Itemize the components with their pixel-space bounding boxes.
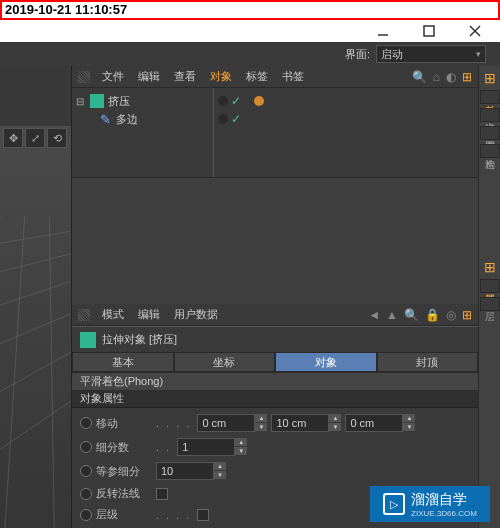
- tab-object[interactable]: 对象: [275, 352, 377, 372]
- anim-radio[interactable]: [80, 465, 92, 477]
- timestamp-bar: 2019-10-21 11:10:57: [0, 0, 500, 20]
- visibility-dot[interactable]: [218, 114, 228, 124]
- prop-label: 移动: [96, 416, 152, 431]
- isoparm-input[interactable]: [156, 462, 214, 480]
- svg-line-7: [0, 302, 71, 352]
- chevron-down-icon: ▾: [476, 49, 481, 59]
- om-menu-tags[interactable]: 标签: [240, 69, 274, 84]
- spinner[interactable]: ▲▼: [255, 414, 267, 432]
- check-icon[interactable]: ✓: [231, 112, 241, 126]
- subdiv-input[interactable]: [177, 438, 235, 456]
- tab-phong[interactable]: 平滑着色(Phong): [72, 372, 478, 390]
- anim-radio[interactable]: [80, 441, 92, 453]
- svg-line-8: [0, 337, 71, 402]
- attr-object-header: 拉伸对象 [挤压]: [72, 326, 478, 352]
- maximize-button[interactable]: [422, 24, 436, 38]
- grip-icon[interactable]: [78, 71, 90, 83]
- prop-label: 反转法线: [96, 486, 152, 501]
- collapse-icon[interactable]: ⊟: [76, 96, 86, 107]
- om-menu-object[interactable]: 对象: [204, 69, 238, 84]
- attr-tabs: 基本 坐标 对象 封顶: [72, 352, 478, 372]
- section-header: 对象属性: [72, 390, 478, 408]
- flag-row[interactable]: ✓: [218, 92, 474, 110]
- viewport-column: ✥ ⤢ ⟲: [0, 66, 72, 528]
- move-view-icon[interactable]: ✥: [3, 128, 23, 148]
- svg-rect-1: [424, 26, 434, 36]
- phong-tag-icon[interactable]: [254, 96, 264, 106]
- watermark: ▷ 溜溜自学 ZIXUE.3D66.COM: [370, 486, 490, 522]
- plus-icon[interactable]: ⊞: [462, 308, 472, 322]
- prop-label: 细分数: [96, 440, 152, 455]
- interface-select[interactable]: 启动 ▾: [376, 45, 486, 63]
- zoom-view-icon[interactable]: ⤢: [25, 128, 45, 148]
- svg-line-9: [0, 382, 71, 462]
- main-area: ✥ ⤢ ⟲: [0, 66, 500, 528]
- watermark-sub: ZIXUE.3D66.COM: [411, 509, 477, 518]
- grip-icon[interactable]: [78, 309, 90, 321]
- tree-row-poly[interactable]: ✎ 多边: [76, 110, 209, 128]
- tree-label: 挤压: [108, 94, 130, 109]
- interface-value: 启动: [381, 47, 403, 62]
- plus-icon[interactable]: ⊞: [462, 70, 472, 84]
- eye-icon[interactable]: ◐: [446, 70, 456, 84]
- search-icon[interactable]: 🔍: [412, 70, 427, 84]
- anim-radio[interactable]: [80, 488, 92, 500]
- flip-checkbox[interactable]: [156, 488, 168, 500]
- close-button[interactable]: [468, 24, 482, 38]
- visibility-dot[interactable]: [218, 96, 228, 106]
- tree-row-extrude[interactable]: ⊟ 挤压: [76, 92, 209, 110]
- rtab-attributes[interactable]: 属性: [480, 279, 500, 293]
- attr-title: 拉伸对象 [挤压]: [102, 332, 177, 347]
- search-icon[interactable]: 🔍: [404, 308, 419, 322]
- attr-menu-edit[interactable]: 编辑: [132, 307, 166, 322]
- target-icon[interactable]: ◎: [446, 308, 456, 322]
- plus-icon[interactable]: ⊞: [482, 259, 498, 275]
- om-menu-view[interactable]: 查看: [168, 69, 202, 84]
- anim-radio[interactable]: [80, 417, 92, 429]
- attr-menu-userdata[interactable]: 用户数据: [168, 307, 224, 322]
- attr-menu: 模式 编辑 用户数据 ◄ ▲ 🔍 🔒 ◎ ⊞: [72, 304, 478, 326]
- move-z-input[interactable]: [345, 414, 403, 432]
- prop-label: 层级: [96, 507, 152, 522]
- spinner[interactable]: ▲▼: [235, 438, 247, 456]
- rtab-takes[interactable]: 场次: [480, 108, 500, 122]
- check-icon[interactable]: ✓: [231, 94, 241, 108]
- move-x-input[interactable]: [197, 414, 255, 432]
- om-menu-bookmarks[interactable]: 书签: [276, 69, 310, 84]
- home-icon[interactable]: ⌂: [433, 70, 440, 84]
- spinner[interactable]: ▲▼: [329, 414, 341, 432]
- anim-radio[interactable]: [80, 509, 92, 521]
- flag-row[interactable]: ✓: [218, 110, 474, 128]
- rtab-object[interactable]: 对象: [480, 90, 500, 104]
- extrude-icon: [80, 332, 96, 348]
- polygon-icon: ✎: [98, 112, 112, 126]
- tab-caps[interactable]: 封顶: [377, 352, 479, 372]
- nav-up-icon[interactable]: ▲: [386, 308, 398, 322]
- spacer: [72, 178, 478, 304]
- tree-label: 多边: [116, 112, 138, 127]
- prop-isoparm: 等参细分 ▲▼: [80, 462, 470, 480]
- tab-basic[interactable]: 基本: [72, 352, 174, 372]
- rtab-structure[interactable]: 构造: [480, 144, 500, 158]
- rtab-layers[interactable]: 层: [480, 297, 500, 311]
- tab-coord[interactable]: 坐标: [174, 352, 276, 372]
- minimize-button[interactable]: [376, 24, 390, 38]
- lock-icon[interactable]: 🔒: [425, 308, 440, 322]
- spinner[interactable]: ▲▼: [214, 462, 226, 480]
- attr-menu-mode[interactable]: 模式: [96, 307, 130, 322]
- spinner[interactable]: ▲▼: [403, 414, 415, 432]
- svg-line-12: [49, 216, 54, 528]
- om-menu-edit[interactable]: 编辑: [132, 69, 166, 84]
- nav-back-icon[interactable]: ◄: [368, 308, 380, 322]
- prop-label: 等参细分: [96, 464, 152, 479]
- plus-icon[interactable]: ⊞: [482, 70, 498, 86]
- svg-line-6: [0, 272, 71, 312]
- rotate-view-icon[interactable]: ⟲: [47, 128, 67, 148]
- hierarchy-checkbox[interactable]: [197, 509, 209, 521]
- viewport[interactable]: [0, 126, 71, 528]
- svg-line-4: [0, 227, 71, 247]
- rtab-browser[interactable]: 内容浏览器: [480, 126, 500, 140]
- move-y-input[interactable]: [271, 414, 329, 432]
- svg-line-11: [5, 216, 25, 528]
- om-menu-file[interactable]: 文件: [96, 69, 130, 84]
